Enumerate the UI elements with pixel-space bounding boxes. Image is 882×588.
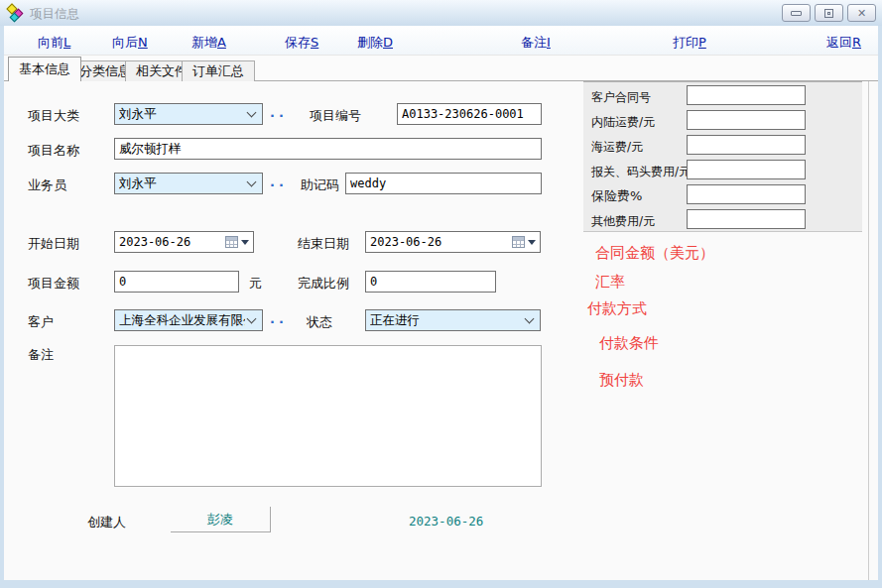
contract-amount-usd-label: 合同金额（美元）	[595, 244, 714, 263]
remarks-label: 备注	[28, 346, 54, 364]
chevron-down-icon	[247, 108, 257, 118]
maximize-icon	[824, 9, 833, 18]
ocean-freight-input[interactable]	[687, 135, 806, 155]
status-label: 状态	[307, 313, 332, 331]
project-name-input[interactable]	[114, 138, 542, 160]
end-date-picker[interactable]: 2023-06-26	[365, 231, 541, 253]
salesman-label: 业务员	[28, 176, 66, 194]
project-category-label: 项目大类	[28, 107, 79, 125]
tab-strip: 基本信息 分类信息 相关文件 订单汇总	[4, 56, 878, 81]
end-date-label: 结束日期	[298, 235, 349, 253]
creator-name: 彭凌	[171, 507, 271, 532]
project-category-browse-button[interactable]: ..	[270, 105, 288, 120]
fees-panel: 客户合同号 内陆运费/元 海运费/元 报关、码头费用/元 保险费% 其他费用/元	[583, 81, 862, 232]
chevron-down-icon	[247, 314, 257, 324]
minimize-icon	[791, 11, 802, 16]
customer-contract-no-input[interactable]	[687, 85, 806, 105]
inland-freight-input[interactable]	[687, 110, 806, 130]
customer-contract-no-label: 客户合同号	[591, 89, 651, 106]
advance-payment-label: 预付款	[599, 371, 644, 390]
close-button[interactable]: ✕	[847, 4, 876, 22]
toolbar-add-button[interactable]: 新增A	[191, 34, 226, 52]
minimize-button[interactable]	[782, 4, 811, 22]
exchange-rate-label: 汇率	[595, 273, 625, 292]
other-fees-input[interactable]	[687, 209, 806, 229]
insurance-fee-input[interactable]	[687, 184, 806, 204]
toolbar-back-button[interactable]: 向后N	[112, 34, 148, 52]
app-window: 项目信息 ✕ 向前L 向后N 新增A 保存S 删除D 备注I 打印P 返回R 基…	[0, 0, 882, 588]
toolbar-print-button[interactable]: 打印P	[673, 34, 706, 52]
toolbar-return-button[interactable]: 返回R	[826, 34, 861, 52]
insurance-fee-label: 保险费%	[591, 187, 642, 205]
completion-ratio-input[interactable]	[365, 271, 496, 293]
toolbar-save-button[interactable]: 保存S	[285, 34, 318, 52]
other-fees-label: 其他费用/元	[591, 213, 655, 230]
project-no-input[interactable]	[397, 103, 542, 125]
toolbar-forward-button[interactable]: 向前L	[38, 34, 70, 52]
title-bar: 项目信息 ✕	[0, 0, 882, 26]
inland-freight-label: 内陆运费/元	[591, 114, 655, 131]
status-select[interactable]: 正在进行	[365, 309, 541, 331]
project-category-select[interactable]: 刘永平	[114, 103, 263, 125]
project-amount-input[interactable]	[114, 271, 239, 293]
calendar-icon	[225, 236, 238, 248]
chevron-down-icon	[247, 177, 257, 187]
dropdown-arrow-icon	[528, 240, 536, 245]
creation-date: 2023-06-26	[409, 514, 483, 529]
project-name-label: 项目名称	[28, 142, 79, 160]
salesman-select[interactable]: 刘永平	[114, 173, 263, 194]
mnemonic-code-input[interactable]	[345, 173, 542, 194]
payment-method-label: 付款方式	[587, 299, 647, 318]
dropdown-arrow-icon	[241, 240, 249, 245]
completion-ratio-label: 完成比例	[298, 275, 349, 293]
maximize-button[interactable]	[815, 4, 843, 22]
customer-browse-button[interactable]: ..	[270, 311, 288, 326]
chevron-down-icon	[525, 314, 535, 324]
customs-dock-fees-label: 报关、码头费用/元	[591, 164, 691, 180]
toolbar-delete-button[interactable]: 删除D	[357, 34, 393, 52]
window-title: 项目信息	[30, 6, 79, 23]
project-amount-label: 项目金额	[28, 275, 79, 293]
app-icon	[7, 4, 25, 22]
salesman-browse-button[interactable]: ..	[270, 175, 288, 189]
start-date-picker[interactable]: 2023-06-26	[114, 231, 254, 253]
payment-terms-label: 付款条件	[599, 334, 659, 353]
customs-dock-fees-input[interactable]	[687, 160, 806, 179]
remarks-textarea[interactable]	[114, 345, 542, 487]
creator-label: 创建人	[87, 514, 126, 531]
tab-order-summary[interactable]: 订单汇总	[182, 60, 255, 81]
calendar-icon	[512, 236, 525, 248]
toolbar-note-button[interactable]: 备注I	[521, 34, 551, 52]
start-date-label: 开始日期	[28, 235, 79, 253]
customer-label: 客户	[28, 313, 54, 331]
close-icon: ✕	[857, 8, 866, 19]
amount-unit-label: 元	[249, 275, 262, 293]
project-no-label: 项目编号	[310, 107, 361, 125]
customer-select[interactable]: 上海全科企业发展有限公	[114, 309, 263, 331]
mnemonic-code-label: 助记码	[301, 176, 339, 194]
window-controls: ✕	[782, 4, 876, 22]
panel-divider	[868, 81, 869, 580]
ocean-freight-label: 海运费/元	[591, 139, 643, 156]
tab-basic-info[interactable]: 基本信息	[8, 57, 81, 81]
toolbar: 向前L 向后N 新增A 保存S 删除D 备注I 打印P 返回R	[4, 26, 878, 56]
